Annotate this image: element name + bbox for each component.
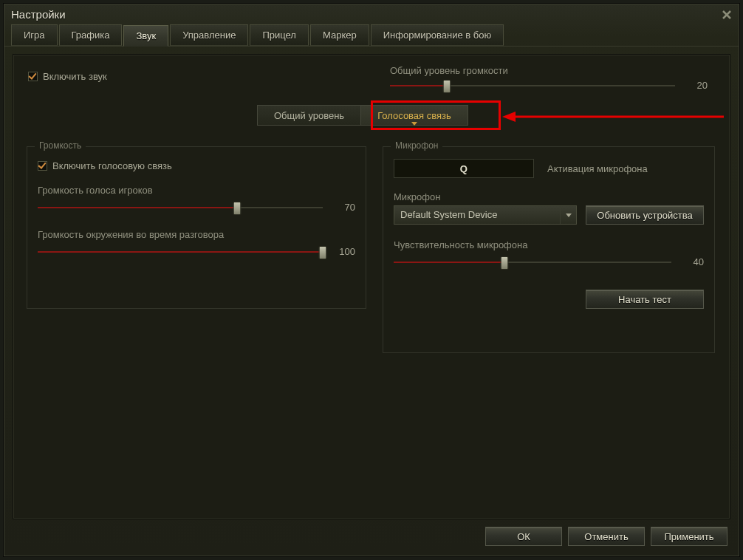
sound-subtabs: Общий уровень Голосовая связь [257,105,468,126]
ok-button[interactable]: ОК [485,527,562,546]
ptt-label: Активация микрофона [547,163,648,174]
mic-device-dropdown[interactable]: Default System Device [394,205,577,225]
player-volume-label: Громкость голоса игроков [38,185,355,196]
player-volume-value: 70 [333,202,355,213]
chevron-down-icon [411,122,417,126]
master-volume-label: Общий уровень громкости [390,65,708,76]
volume-legend: Громкость [35,140,86,151]
master-volume-group: Общий уровень громкости 20 [390,65,708,91]
dialog-footer: ОК Отменить Применить [13,524,730,549]
mic-sensitivity-value: 40 [682,256,704,267]
close-button[interactable] [719,7,735,23]
mic-device-label: Микрофон [394,191,577,202]
cancel-button[interactable]: Отменить [568,527,645,546]
player-volume-slider[interactable] [38,203,323,212]
main-tabs: Игра Графика Звук Управление Прицел Марк… [4,24,739,47]
master-volume-slider[interactable] [390,81,675,90]
enable-sound-label: Включить звук [43,71,107,82]
enable-sound-checkbox[interactable] [28,72,38,81]
tab-sound[interactable]: Звук [123,25,168,47]
enable-voice-checkbox[interactable] [38,161,47,171]
ambient-volume-slider[interactable] [38,247,323,256]
master-volume-value: 20 [685,80,708,91]
tab-graphics[interactable]: Графика [59,24,123,46]
dropdown-arrow-icon [560,206,576,224]
subtab-voice-chat[interactable]: Голосовая связь [360,105,468,126]
mic-device-value: Default System Device [394,206,560,224]
enable-voice-row: Включить голосовую связь [38,160,355,171]
volume-section: Громкость Включить голосовую связь Громк… [27,146,366,309]
enable-voice-label: Включить голосовую связь [52,160,172,171]
window-title: Настройки [11,8,66,21]
ptt-key-input[interactable]: Q [394,159,534,178]
start-test-button[interactable]: Начать тест [586,290,704,309]
microphone-section: Микрофон Q Активация микрофона Микрофон … [383,146,715,353]
ambient-volume-label: Громкость окружения во время разговора [38,229,355,240]
mic-sensitivity-slider[interactable] [394,258,671,267]
mic-legend: Микрофон [391,140,442,151]
tab-crosshair[interactable]: Прицел [250,24,309,46]
refresh-devices-button[interactable]: Обновить устройства [586,205,704,225]
subtab-general-volume[interactable]: Общий уровень [257,105,361,126]
apply-button[interactable]: Применить [651,527,727,546]
close-icon [722,10,732,20]
annotation-arrow-icon [502,108,724,130]
tab-game[interactable]: Игра [11,24,58,46]
tab-battlefeed[interactable]: Информирование в бою [371,24,504,46]
svg-marker-3 [502,112,516,122]
ambient-volume-value: 100 [333,246,355,257]
tab-marker[interactable]: Маркер [310,24,369,46]
tab-controls[interactable]: Управление [170,24,248,46]
mic-sensitivity-label: Чувствительность микрофона [394,239,704,250]
